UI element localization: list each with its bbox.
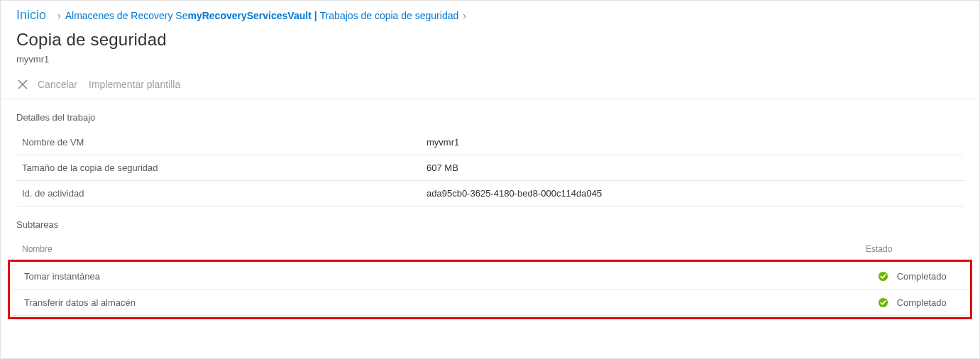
table-row: Tamaño de la copia de seguridad 607 MB <box>16 155 964 181</box>
detail-value: ada95cb0-3625-4180-bed8-000c114da045 <box>421 181 964 206</box>
success-icon <box>878 271 888 282</box>
detail-label: Tamaño de la copia de seguridad <box>16 155 421 181</box>
breadcrumb-item-vaultname[interactable]: myRecoveryServicesVault | <box>187 10 316 21</box>
breadcrumb: Inicio › Almacenes de Recovery Se myReco… <box>1 1 979 26</box>
detail-value: myvmr1 <box>421 130 964 155</box>
table-row: Transferir datos al almacén Completado <box>10 289 970 316</box>
status-text: Completado <box>897 271 947 282</box>
toolbar: Cancelar Implementar plantilla <box>1 73 979 99</box>
page-subtitle: myvmr1 <box>1 50 979 73</box>
deploy-template-button[interactable]: Implementar plantilla <box>86 77 183 92</box>
section-title-subtasks: Subtareas <box>1 206 979 237</box>
details-table: Nombre de VM myvmr1 Tamaño de la copia d… <box>16 130 964 206</box>
subtask-name: Transferir datos al almacén <box>10 289 864 316</box>
page-title: Copia de seguridad <box>16 30 964 50</box>
cancel-button[interactable]: Cancelar <box>35 77 80 92</box>
close-icon[interactable] <box>16 78 29 91</box>
breadcrumb-home[interactable]: Inicio <box>16 8 46 23</box>
breadcrumb-item-vaults[interactable]: Almacenes de Recovery Se <box>65 10 188 21</box>
column-header-status: Estado <box>866 244 958 254</box>
column-header-name: Nombre <box>22 244 866 254</box>
success-icon <box>878 297 888 308</box>
svg-point-1 <box>879 298 888 307</box>
breadcrumb-item-backupjobs[interactable]: Trabajos de copia de seguridad <box>320 10 459 21</box>
table-row: Tomar instantánea Completado <box>10 263 970 289</box>
table-row: Nombre de VM myvmr1 <box>16 130 964 155</box>
subtasks-header: Nombre Estado <box>1 237 979 260</box>
chevron-right-icon: › <box>57 10 61 21</box>
subtask-status: Completado <box>864 263 970 289</box>
table-row: Id. de actividad ada95cb0-3625-4180-bed8… <box>16 181 964 206</box>
highlight-box: Tomar instantánea Completado Transferir … <box>8 260 972 319</box>
subtask-name: Tomar instantánea <box>10 263 864 289</box>
chevron-right-icon: › <box>463 10 466 21</box>
detail-label: Nombre de VM <box>16 130 421 155</box>
status-text: Completado <box>897 297 947 308</box>
svg-point-0 <box>879 272 888 281</box>
section-title-details: Detalles del trabajo <box>1 99 979 130</box>
detail-label: Id. de actividad <box>16 181 421 206</box>
subtask-status: Completado <box>864 289 970 316</box>
subtasks-table: Tomar instantánea Completado Transferir … <box>10 263 970 316</box>
detail-value: 607 MB <box>421 155 964 181</box>
